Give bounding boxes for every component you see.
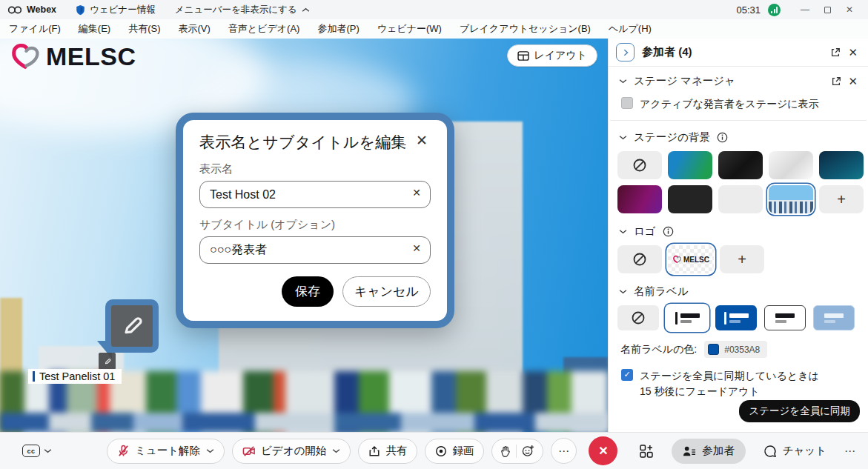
participants-tab-active[interactable]: 参加者 — [672, 439, 746, 464]
chevron-down-icon — [619, 79, 627, 84]
participants-tab-label: 参加者 — [702, 444, 735, 458]
popout-panel-icon[interactable] — [830, 47, 841, 58]
reactions-smiley-icon[interactable] — [522, 445, 534, 457]
apps-icon[interactable] — [639, 444, 654, 459]
background-swatch-dark-teal[interactable] — [819, 151, 864, 179]
menu-file[interactable]: ファイル(F) — [9, 22, 61, 36]
sync-fadeout-checkbox[interactable]: ✓ — [621, 369, 633, 381]
dialog-close-icon[interactable]: ✕ — [413, 132, 431, 149]
stage-manager-header[interactable]: ステージ マネージャ ✕ — [609, 67, 868, 93]
menu-edit[interactable]: 編集(E) — [79, 22, 110, 36]
menu-share[interactable]: 共有(S) — [128, 22, 160, 36]
minimize-button[interactable]: — — [794, 1, 816, 18]
participants-panel: 参加者 (4) ✕ ステージ マネージャ ✕ — [608, 39, 868, 432]
save-button[interactable]: 保存 — [282, 276, 334, 307]
name-label-style-blue[interactable] — [715, 305, 757, 330]
more-options-button[interactable]: ⋯ — [551, 438, 577, 464]
hide-menubar-button[interactable]: メニューバーを非表示にする — [175, 4, 310, 16]
active-speaker-option[interactable]: アクティブな発言者をステージに表示 — [609, 93, 868, 120]
name-label-none-swatch[interactable] — [617, 305, 659, 330]
background-swatch-teal-green[interactable] — [668, 151, 712, 179]
logo-melsc-swatch-selected[interactable]: MELSC — [668, 245, 714, 273]
layout-button[interactable]: レイアウト — [507, 44, 597, 67]
menu-webinar[interactable]: ウェビナー(W) — [377, 22, 442, 36]
leave-meeting-button[interactable]: ✕ — [589, 436, 617, 465]
captions-control[interactable]: cc — [22, 445, 52, 457]
layout-button-label: レイアウト — [534, 49, 587, 62]
webinar-info-label: ウェビナー情報 — [90, 4, 156, 16]
participants-icon — [683, 445, 696, 457]
cancel-button[interactable]: キャンセル — [342, 276, 431, 307]
sync-fadeout-option[interactable]: ✓ ステージを全員に同期しているときは 15 秒後にフェードアウト — [609, 359, 868, 399]
logo-section-header[interactable]: ロゴ — [609, 213, 868, 244]
sync-stage-button[interactable]: ステージを全員に同期 — [739, 400, 860, 422]
start-video-button[interactable]: ビデオの開始 — [232, 439, 351, 464]
share-button[interactable]: 共有 — [358, 439, 417, 464]
stage-background-header[interactable]: ステージの背景 — [609, 121, 868, 150]
menu-breakout[interactable]: ブレイクアウトセッション(B) — [460, 22, 591, 36]
popout-stage-manager-icon[interactable] — [831, 76, 841, 87]
logo-tile-text: MELSC — [683, 256, 709, 264]
background-swatch-city-selected[interactable] — [769, 185, 813, 213]
display-name-field[interactable] — [199, 181, 431, 208]
add-background-button[interactable]: + — [819, 185, 864, 213]
more-panels-icon[interactable]: ⋯ — [844, 445, 856, 458]
unmute-button[interactable]: ミュート解除 — [107, 439, 225, 464]
name-label-section-title: 名前ラベル — [634, 285, 689, 299]
menu-participants[interactable]: 参加者(P) — [317, 22, 359, 36]
name-label-style-plain[interactable] — [764, 305, 806, 330]
webinar-info-button[interactable]: ウェビナー情報 — [76, 4, 156, 16]
app-name: Webex — [27, 4, 56, 15]
name-label-style-selected[interactable] — [666, 305, 708, 330]
record-icon — [435, 445, 447, 457]
color-swatch — [708, 344, 719, 355]
background-none-swatch[interactable] — [617, 151, 662, 179]
close-panel-icon[interactable]: ✕ — [848, 46, 858, 59]
participants-header: 参加者 (4) ✕ — [609, 39, 868, 66]
background-swatch-light-gray[interactable] — [718, 185, 763, 213]
menu-view[interactable]: 表示(V) — [179, 22, 211, 36]
logo-swatch-row: MELSC + — [609, 244, 868, 273]
chat-tab[interactable]: チャット — [763, 444, 826, 458]
edit-pencil-callout — [105, 299, 159, 353]
connection-quality-icon[interactable] — [768, 4, 781, 16]
color-hex-value: #0353A8 — [724, 345, 760, 355]
background-swatch-black[interactable] — [718, 151, 763, 179]
brand-text: MELSC — [46, 42, 136, 71]
add-logo-button[interactable]: + — [720, 245, 764, 273]
logo-none-swatch[interactable] — [617, 245, 662, 273]
menu-audio-video[interactable]: 音声とビデオ(A) — [228, 22, 300, 36]
info-icon[interactable] — [717, 132, 728, 143]
restore-button[interactable] — [816, 1, 838, 18]
background-swatch-silver[interactable] — [769, 151, 813, 179]
name-label-color-picker[interactable]: #0353A8 — [704, 341, 767, 358]
edit-name-pencil-button[interactable] — [99, 353, 116, 370]
close-window-button[interactable]: ✕ — [838, 1, 861, 18]
panelist-name-text: Test Panelist 01 — [39, 370, 115, 382]
chevron-down-icon — [619, 135, 627, 140]
mic-muted-icon — [117, 445, 130, 457]
background-swatch-magenta[interactable] — [617, 185, 662, 213]
clear-display-name-icon[interactable]: ✕ — [412, 187, 421, 198]
webex-window: Webex ウェビナー情報 メニューバーを非表示にする 05:31 — ✕ ファ… — [0, 0, 868, 469]
clear-subtitle-icon[interactable]: ✕ — [412, 243, 421, 253]
chevron-down-icon — [619, 229, 627, 234]
close-stage-manager-icon[interactable]: ✕ — [848, 75, 858, 88]
name-label-style-translucent[interactable] — [813, 305, 855, 330]
background-swatch-dark-gray[interactable] — [668, 185, 712, 213]
stage-video-area: MELSC レイアウト 表示名とサブタイトルを編集 ✕ 表示名 ✕ — [0, 39, 608, 432]
menu-help[interactable]: ヘルプ(H) — [609, 22, 652, 36]
active-speaker-checkbox[interactable] — [621, 97, 633, 109]
collapse-panel-button[interactable] — [616, 43, 635, 61]
raise-hand-icon[interactable] — [500, 445, 511, 457]
background-swatch-grid: + — [609, 150, 868, 213]
reactions-control — [491, 439, 543, 464]
menu-bar: ファイル(F) 編集(E) 共有(S) 表示(V) 音声とビデオ(A) 参加者(… — [0, 19, 868, 39]
unmute-label: ミュート解除 — [135, 444, 200, 458]
record-button[interactable]: 録画 — [425, 439, 484, 464]
pencil-icon — [118, 312, 146, 340]
info-icon[interactable] — [663, 226, 674, 237]
subtitle-field[interactable] — [199, 236, 431, 264]
logo-section-title: ロゴ — [634, 224, 656, 239]
name-label-section-header[interactable]: 名前ラベル — [609, 273, 868, 304]
